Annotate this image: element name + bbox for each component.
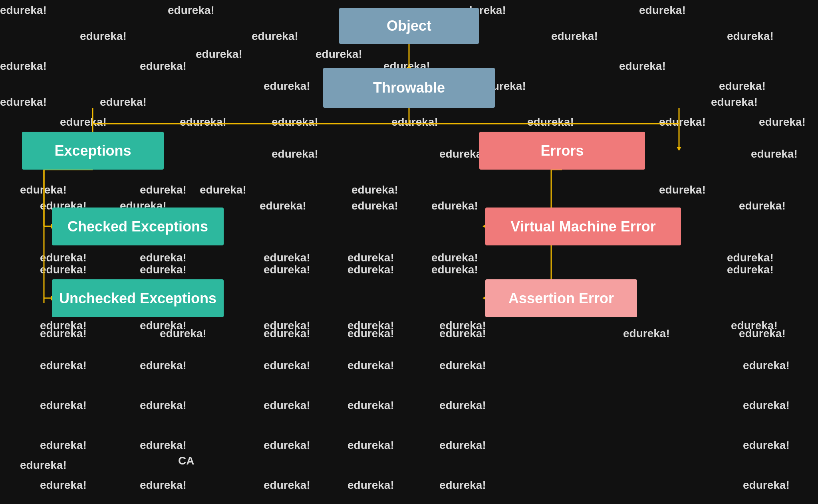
watermark-text: edureka! (743, 399, 790, 412)
watermark-text: edureka! (252, 30, 298, 43)
watermark-text: edureka! (727, 30, 774, 43)
watermark-text: edureka! (347, 359, 394, 372)
watermark-text: edureka! (20, 184, 67, 196)
watermark-text: edureka! (347, 439, 394, 452)
watermark-text: edureka! (347, 251, 394, 264)
watermark-text: edureka! (140, 251, 187, 264)
watermark-text: edureka! (623, 327, 670, 340)
watermark-text: edureka! (551, 30, 598, 43)
watermark-text: edureka! (140, 319, 187, 332)
watermark-text: edureka! (140, 479, 187, 492)
watermark-text: edureka! (40, 251, 87, 264)
watermark-text: edureka! (40, 399, 87, 412)
watermark-text: edureka! (272, 116, 318, 128)
vme-box: Virtual Machine Error (485, 208, 681, 245)
watermark-text: edureka! (739, 200, 786, 212)
watermark-text: edureka! (439, 359, 486, 372)
watermark-text: edureka! (659, 116, 706, 128)
watermark-text: edureka! (264, 80, 310, 93)
watermark-text: edureka! (743, 479, 790, 492)
watermark-text: edureka! (347, 319, 394, 332)
watermark-text: edureka! (40, 439, 87, 452)
assertion-box: Assertion Error (485, 279, 637, 317)
throwable-label: Throwable (373, 79, 445, 96)
watermark-text: edureka! (200, 184, 246, 196)
watermark-text: edureka! (140, 263, 187, 276)
watermark-text: edureka! (40, 359, 87, 372)
watermark-text: edureka! (431, 263, 478, 276)
watermark-text: edureka! (431, 251, 478, 264)
watermark-text: edureka! (347, 479, 394, 492)
watermark-text: edureka! (739, 327, 786, 340)
watermark-text: edureka! (140, 359, 187, 372)
watermark-text: edureka! (264, 319, 310, 332)
watermark-text: edureka! (264, 251, 310, 264)
watermark-text: edureka! (180, 116, 226, 128)
watermark-text: edureka! (20, 459, 67, 472)
watermark-text: edureka! (439, 479, 486, 492)
watermark-text: edureka! (264, 359, 310, 372)
watermark-text: edureka! (264, 327, 310, 340)
object-box: Object (339, 8, 479, 44)
watermark-text: edureka! (439, 399, 486, 412)
watermark-text: edureka! (727, 263, 774, 276)
watermark-text: edureka! (0, 4, 47, 17)
throwable-box: Throwable (323, 68, 495, 108)
watermark-text: edureka! (0, 60, 47, 73)
watermark-text: edureka! (140, 184, 187, 196)
watermark-text: edureka! (264, 263, 310, 276)
watermark-text: edureka! (140, 439, 187, 452)
watermark-text: edureka! (743, 439, 790, 452)
watermark-text: edureka! (727, 251, 774, 264)
watermark-text: edureka! (100, 96, 147, 109)
watermark-text: edureka! (140, 399, 187, 412)
watermark-text: edureka! (431, 200, 478, 212)
watermark-text: edureka! (347, 399, 394, 412)
watermark-text: edureka! (168, 4, 214, 17)
object-label: Object (387, 18, 431, 34)
watermark-text: edureka! (196, 48, 242, 61)
watermark-text: edureka! (439, 327, 486, 340)
watermark-text: edureka! (719, 80, 766, 93)
watermark-text: edureka! (731, 319, 778, 332)
watermark-text: edureka! (264, 399, 310, 412)
vme-label: Virtual Machine Error (510, 218, 655, 235)
watermark-text: edureka! (140, 60, 187, 73)
watermark-text: edureka! (264, 439, 310, 452)
watermark-text: edureka! (60, 116, 107, 128)
watermark-text: edureka! (264, 479, 310, 492)
watermark-text: edureka! (759, 116, 806, 128)
watermark-text: edureka! (80, 30, 127, 43)
watermark-text: edureka! (527, 116, 574, 128)
watermark-text: edureka! (619, 60, 666, 73)
unchecked-box: Unchecked Exceptions (52, 279, 224, 317)
unchecked-label: Unchecked Exceptions (59, 290, 216, 307)
watermark-text: edureka! (439, 319, 486, 332)
watermark-text: edureka! (40, 263, 87, 276)
watermark-text: edureka! (40, 327, 87, 340)
errors-label: Errors (540, 142, 584, 159)
watermark-text: edureka! (351, 184, 398, 196)
watermark-text: edureka! (639, 4, 686, 17)
checked-label: Checked Exceptions (68, 218, 208, 235)
exceptions-label: Exceptions (54, 142, 131, 159)
watermark-text: CA (178, 455, 194, 467)
watermark-text: edureka! (351, 200, 398, 212)
watermark-text: edureka! (0, 96, 47, 109)
watermark-text: edureka! (751, 148, 798, 160)
watermark-text: edureka! (40, 319, 87, 332)
watermark-text: edureka! (260, 200, 306, 212)
watermark-text: edureka! (347, 263, 394, 276)
watermark-text: edureka! (711, 96, 758, 109)
watermark-text: edureka! (272, 148, 318, 160)
watermark-text: edureka! (391, 116, 438, 128)
watermark-text: edureka! (659, 184, 706, 196)
watermark-text: edureka! (347, 327, 394, 340)
assertion-label: Assertion Error (508, 290, 614, 307)
checked-box: Checked Exceptions (52, 208, 224, 245)
watermark-text: edureka! (160, 327, 206, 340)
errors-box: Errors (479, 132, 645, 170)
watermark-text: edureka! (439, 439, 486, 452)
exceptions-box: Exceptions (22, 132, 164, 170)
watermark-text: edureka! (743, 359, 790, 372)
